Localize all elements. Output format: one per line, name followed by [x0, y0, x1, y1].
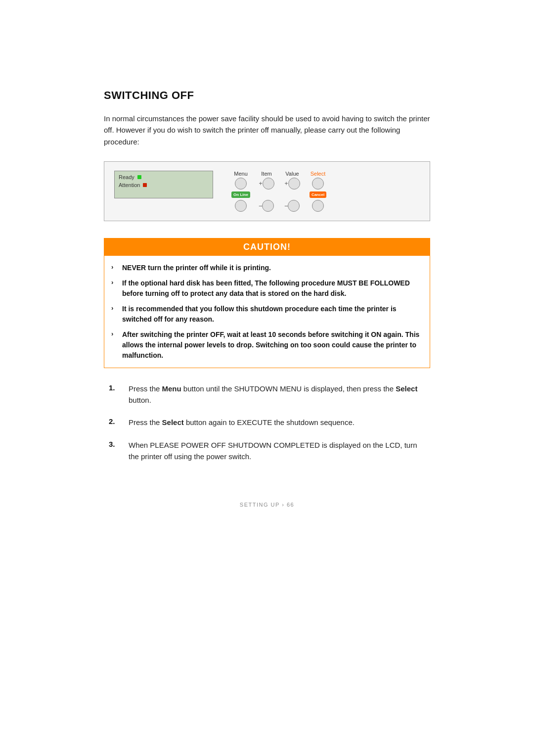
step-text-2: Press the Select button again to EXECUTE…: [129, 417, 355, 428]
page-title: SWITCHING OFF: [104, 89, 430, 102]
caution-item-4: › After switching the printer OFF, wait …: [111, 330, 421, 361]
step-3: 3. When PLEASE POWER OFF SHUTDOWN COMPLE…: [109, 439, 425, 463]
step-text-1: Press the Menu button until the SHUTDOWN…: [129, 383, 425, 406]
value-btn-label: Value: [279, 171, 305, 177]
value-circle-btn: [288, 178, 300, 189]
menu-circle-btn: [235, 178, 247, 189]
panel-lcd-area: Ready Attention: [114, 171, 213, 198]
value-minus: –: [285, 200, 288, 212]
intro-paragraph: In normal circumstances the power save f…: [104, 113, 430, 147]
ready-led: [137, 175, 141, 179]
value-plus: +: [284, 178, 288, 189]
select-circle-btn: [312, 178, 324, 189]
arrow-icon-4: ›: [111, 330, 118, 337]
caution-box: CAUTION! › NEVER turn the printer off wh…: [104, 238, 430, 368]
item-plus: +: [259, 178, 262, 189]
arrow-icon-2: ›: [111, 279, 118, 286]
ready-label: Ready: [119, 174, 134, 180]
button-labels-row: Menu Item Value Select: [228, 171, 420, 177]
arrow-icon-1: ›: [111, 263, 118, 271]
item-btn-label: Item: [254, 171, 279, 177]
arrow-icon-3: ›: [111, 304, 118, 312]
step-text-3: When PLEASE POWER OFF SHUTDOWN COMPLETED…: [129, 439, 425, 463]
attention-indicator: Attention: [119, 182, 147, 188]
caution-header: CAUTION!: [104, 238, 430, 256]
step-1: 1. Press the Menu button until the SHUTD…: [109, 383, 425, 406]
step-num-2: 2.: [109, 417, 120, 425]
item-bottom-btn: [262, 200, 274, 212]
top-button-row: + +: [228, 178, 420, 189]
caution-item-2: › If the optional hard disk has been fit…: [111, 278, 421, 299]
caution-item-1: › NEVER turn the printer off while it is…: [111, 263, 421, 273]
caution-text-2: If the optional hard disk has been fitte…: [122, 278, 421, 299]
footer-text: SETTING UP › 66: [104, 502, 430, 508]
select-bottom-btn: [312, 200, 324, 212]
step-num-1: 1.: [109, 383, 120, 392]
item-circle-btn: [263, 178, 274, 189]
attention-label: Attention: [119, 182, 140, 188]
attention-led: [143, 183, 147, 187]
caution-text-1: NEVER turn the printer off while it is p…: [122, 263, 271, 273]
menu-btn-label: Menu: [228, 171, 254, 177]
cancel-tag-btn: Cancel: [310, 191, 326, 198]
select-btn-label: Select: [305, 171, 331, 177]
step-2: 2. Press the Select button again to EXEC…: [109, 417, 425, 428]
printer-panel-diagram: Ready Attention Menu Item Value Select: [104, 161, 430, 221]
panel-controls-area: Menu Item Value Select + + On: [228, 171, 420, 212]
bottom-button-row: – –: [228, 200, 420, 212]
caution-text-4: After switching the printer OFF, wait at…: [122, 330, 421, 361]
ready-indicator: Ready: [119, 174, 147, 180]
caution-items: › NEVER turn the printer off while it is…: [104, 256, 430, 368]
caution-text-3: It is recommended that you follow this s…: [122, 304, 421, 325]
caution-item-3: › It is recommended that you follow this…: [111, 304, 421, 325]
steps-list: 1. Press the Menu button until the SHUTD…: [104, 383, 430, 462]
lcd-display: Ready Attention: [114, 171, 213, 198]
step-num-3: 3.: [109, 439, 120, 448]
online-tag-btn: On Line: [231, 191, 250, 198]
menu-bottom-btn: [235, 200, 247, 212]
value-bottom-btn: [288, 200, 300, 212]
tag-button-row: On Line Cancel: [228, 191, 420, 198]
item-minus: –: [259, 200, 263, 212]
